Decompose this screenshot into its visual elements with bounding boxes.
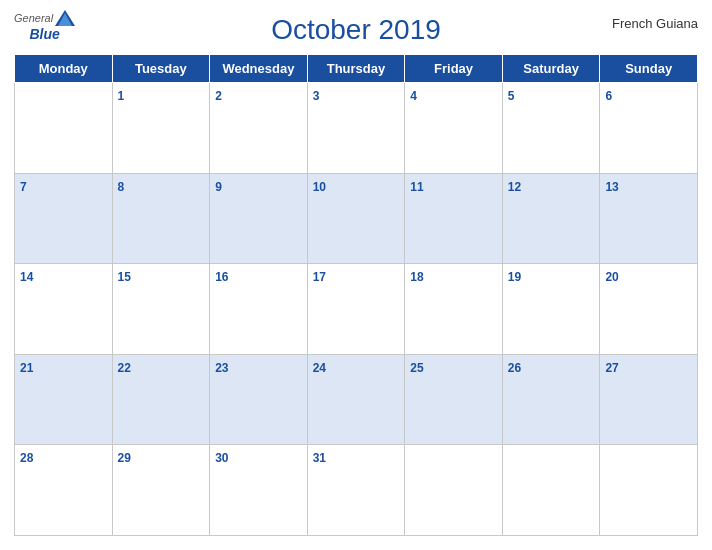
calendar-row-2: 14151617181920	[15, 264, 698, 355]
calendar-cell: 4	[405, 83, 503, 174]
calendar-cell: 1	[112, 83, 210, 174]
day-number: 9	[215, 180, 222, 194]
calendar-cell: 17	[307, 264, 405, 355]
header-tuesday: Tuesday	[112, 55, 210, 83]
logo-blue-text: Blue	[29, 26, 59, 42]
day-number: 28	[20, 451, 33, 465]
day-number: 25	[410, 361, 423, 375]
calendar-cell: 11	[405, 173, 503, 264]
day-number: 6	[605, 89, 612, 103]
logo-area: General Blue	[14, 10, 75, 42]
header-thursday: Thursday	[307, 55, 405, 83]
header-sunday: Sunday	[600, 55, 698, 83]
calendar-cell: 7	[15, 173, 113, 264]
logo-bird-icon	[55, 10, 75, 26]
calendar-cell	[502, 445, 600, 536]
calendar-cell: 19	[502, 264, 600, 355]
day-number: 12	[508, 180, 521, 194]
calendar-cell: 14	[15, 264, 113, 355]
day-number: 8	[118, 180, 125, 194]
day-number: 19	[508, 270, 521, 284]
month-title: October 2019	[271, 14, 441, 46]
day-number: 1	[118, 89, 125, 103]
calendar-cell: 26	[502, 354, 600, 445]
day-number: 18	[410, 270, 423, 284]
calendar-cell: 5	[502, 83, 600, 174]
calendar-cell: 12	[502, 173, 600, 264]
calendar-cell: 16	[210, 264, 308, 355]
logo-general-text: General	[14, 12, 53, 24]
day-number: 2	[215, 89, 222, 103]
day-number: 20	[605, 270, 618, 284]
calendar-cell: 31	[307, 445, 405, 536]
calendar-wrapper: General Blue October 2019 French Guiana …	[0, 0, 712, 550]
header-monday: Monday	[15, 55, 113, 83]
calendar-cell: 2	[210, 83, 308, 174]
day-number: 30	[215, 451, 228, 465]
day-number: 29	[118, 451, 131, 465]
calendar-header: General Blue October 2019 French Guiana	[14, 10, 698, 46]
calendar-row-0: 123456	[15, 83, 698, 174]
calendar-cell	[600, 445, 698, 536]
calendar-cell: 9	[210, 173, 308, 264]
day-number: 31	[313, 451, 326, 465]
header-saturday: Saturday	[502, 55, 600, 83]
day-number: 4	[410, 89, 417, 103]
day-number: 24	[313, 361, 326, 375]
calendar-cell: 8	[112, 173, 210, 264]
day-number: 7	[20, 180, 27, 194]
day-number: 17	[313, 270, 326, 284]
day-number: 3	[313, 89, 320, 103]
region-label: French Guiana	[612, 16, 698, 31]
calendar-cell	[15, 83, 113, 174]
calendar-cell: 24	[307, 354, 405, 445]
header-wednesday: Wednesday	[210, 55, 308, 83]
calendar-cell: 6	[600, 83, 698, 174]
calendar-cell: 27	[600, 354, 698, 445]
day-number: 16	[215, 270, 228, 284]
day-number: 26	[508, 361, 521, 375]
calendar-cell: 15	[112, 264, 210, 355]
calendar-cell	[405, 445, 503, 536]
day-number: 10	[313, 180, 326, 194]
calendar-cell: 3	[307, 83, 405, 174]
calendar-table: Monday Tuesday Wednesday Thursday Friday…	[14, 54, 698, 536]
day-number: 21	[20, 361, 33, 375]
calendar-cell: 25	[405, 354, 503, 445]
calendar-cell: 23	[210, 354, 308, 445]
day-number: 13	[605, 180, 618, 194]
day-number: 22	[118, 361, 131, 375]
day-number: 23	[215, 361, 228, 375]
day-number: 14	[20, 270, 33, 284]
calendar-row-1: 78910111213	[15, 173, 698, 264]
calendar-cell: 10	[307, 173, 405, 264]
weekday-header-row: Monday Tuesday Wednesday Thursday Friday…	[15, 55, 698, 83]
day-number: 5	[508, 89, 515, 103]
calendar-cell: 30	[210, 445, 308, 536]
calendar-cell: 13	[600, 173, 698, 264]
calendar-cell: 18	[405, 264, 503, 355]
calendar-cell: 22	[112, 354, 210, 445]
day-number: 15	[118, 270, 131, 284]
calendar-row-4: 28293031	[15, 445, 698, 536]
calendar-row-3: 21222324252627	[15, 354, 698, 445]
calendar-cell: 29	[112, 445, 210, 536]
day-number: 11	[410, 180, 423, 194]
calendar-cell: 28	[15, 445, 113, 536]
header-friday: Friday	[405, 55, 503, 83]
calendar-cell: 21	[15, 354, 113, 445]
calendar-cell: 20	[600, 264, 698, 355]
day-number: 27	[605, 361, 618, 375]
